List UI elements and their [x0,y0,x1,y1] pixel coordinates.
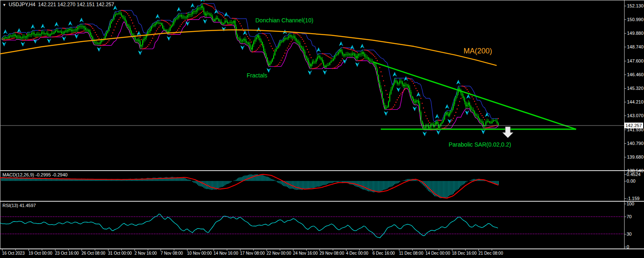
macd-scale-label: 0.00 [627,178,635,183]
time-axis-tick [412,249,413,251]
current-price-marker: 142.257 [624,123,643,128]
time-axis-tick [425,249,426,251]
price-axis-tick [624,102,626,102]
price-axis-label: 139.680 [627,154,644,159]
price-axis-label: 143.070 [627,113,644,118]
time-axis-label: 16 Oct 2023 [2,251,24,256]
macd-scale-tick [624,174,626,175]
panel-separator [0,248,644,249]
time-axis-label: 10 Nov 00:00 [187,251,212,256]
time-axis-tick [439,249,439,251]
price-axis-tick [624,157,626,157]
time-axis-tick [333,249,333,251]
rsi-scale-tick [624,247,626,247]
time-axis-label: 22 Nov 00:00 [267,251,291,256]
rsi-line [0,214,498,238]
trendline-objects[interactable] [374,62,576,129]
time-axis-label: 26 Oct 08:00 [82,251,105,256]
price-axis-tick [624,75,626,75]
time-axis-tick [42,249,42,251]
time-axis-tick [174,249,174,251]
donchian-channel-lines[interactable] [2,4,498,130]
time-axis-tick [214,249,214,251]
chevron-down-icon[interactable]: ▼ [2,3,6,7]
ma200-line[interactable] [0,30,497,65]
macd-scale-tick [624,198,626,199]
ma200-label[interactable]: MA(200) [464,47,492,55]
donchian-channel-label[interactable]: Donchian Channel(10) [255,17,313,24]
price-axis-tick [624,33,626,34]
time-axis-tick [346,249,346,251]
time-axis-label: 7 Nov 08:00 [161,251,183,256]
time-axis-label: 14 Dec 00:00 [425,251,450,256]
time-axis-tick [306,249,307,251]
time-axis-tick [121,249,122,251]
rsi-scale-label: 70 [627,214,632,219]
price-axis-tick [624,61,626,61]
time-axis-label: 6 Dec 16:00 [372,251,395,256]
chart-symbol-period: USDJPY,H4 [9,2,35,7]
time-axis-tick [68,249,69,251]
price-axis-tick [624,19,626,20]
price-axis-label: 145.320 [627,86,644,91]
price-axis-label: 140.790 [627,141,644,146]
time-axis-tick [55,249,55,251]
time-axis-label: 18 Dec 16:00 [452,251,477,256]
time-axis-label: 11 Dec 08:00 [399,251,423,256]
time-axis-label: 14 Nov 16:00 [214,251,238,256]
price-chart-canvas[interactable] [0,0,624,170]
time-axis-tick [320,249,320,251]
rsi-scale-label: 0 [627,244,629,249]
price-axis-tick [624,130,626,130]
time-axis-label: 31 Oct 00:00 [108,251,132,256]
chart-window: ▼USDJPY,H4 142.221 142.270 142.151 142.2… [0,0,644,258]
macd-scale-label: -1.159 [627,196,639,201]
macd-panel-canvas[interactable] [0,171,624,201]
price-axis-label: 144.210 [627,99,644,104]
macd-label: MACD(12,26,9) -0.2995 -0.2940 [2,172,67,177]
time-axis-tick [82,249,82,251]
price-axis-tick [624,171,626,171]
time-axis-tick [148,249,148,251]
rsi-scale-label: 30 [627,231,632,236]
candlesticks [1,3,499,130]
time-axis-tick [267,249,267,251]
time-axis-label: 19 Oct 00:00 [29,251,52,256]
time-axis-tick [465,249,466,251]
down-arrow-object[interactable] [502,127,513,138]
chart-ohlc-values: 142.221 142.270 142.151 142.257 [38,2,114,7]
time-axis-tick [372,249,373,251]
time-axis-tick [161,249,161,251]
macd-scale-label: 0.4524 [627,172,641,177]
time-axis-tick [253,249,254,251]
price-axis-label: 150.990 [627,17,644,22]
time-axis-label: 4 Dec 00:00 [346,251,368,256]
rsi-panel-canvas[interactable] [0,202,624,248]
parabolic-sar-label[interactable]: Parabolic SAR(0.02,0.2) [449,141,511,148]
price-axis-label: 152.130 [627,3,644,8]
price-axis-tick [624,88,626,89]
price-axis-tick [624,47,626,47]
time-axis-tick [227,249,227,251]
chart-title: ▼USDJPY,H4 142.221 142.270 142.151 142.2… [2,2,114,7]
price-axis-label: 146.460 [627,72,644,77]
time-axis-tick [200,249,201,251]
time-axis-label: 21 Dec 08:00 [478,251,503,256]
price-axis-tick [624,6,626,6]
time-axis-label: 2 Nov 16:00 [135,251,157,256]
price-axis-label: 149.880 [627,31,644,36]
fractals-label[interactable]: Fractals [247,72,267,79]
price-axis-tick [624,143,626,144]
time-axis-tick [280,249,280,251]
time-axis-tick [492,249,492,251]
fractal-arrows [2,0,489,136]
time-axis-tick [478,249,479,251]
time-axis-tick [108,249,108,251]
time-axis-tick [359,249,360,251]
time-axis-label: 29 Nov 08:00 [320,251,344,256]
time-axis-label: 24 Nov 16:00 [293,251,318,256]
time-axis-tick [452,249,452,251]
macd-signal-line [0,174,498,198]
price-axis-tick [624,116,626,116]
time-axis-tick [95,249,95,251]
